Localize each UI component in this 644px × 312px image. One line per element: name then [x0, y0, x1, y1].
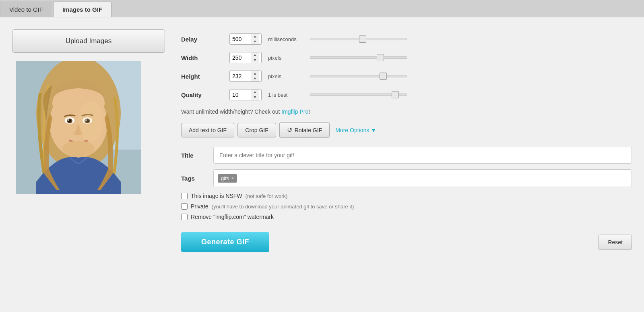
height-slider[interactable] — [310, 75, 407, 77]
height-unit: pixels — [266, 73, 310, 79]
watermark-checkbox-row: Remove "imgflip.com" watermark — [181, 214, 632, 220]
rotate-gif-button[interactable]: ↺ Rotate GIF — [279, 122, 330, 138]
title-row: Title — [181, 147, 632, 164]
width-slider[interactable] — [310, 56, 407, 59]
rotate-icon: ↺ — [287, 126, 292, 134]
reset-button[interactable]: Reset — [599, 235, 632, 250]
quality-slider-wrapper — [310, 94, 632, 96]
main-content: Upload Images — [0, 17, 644, 312]
width-input[interactable] — [230, 52, 251, 63]
height-input[interactable] — [230, 71, 251, 81]
quality-input-wrapper: ▲ ▼ — [229, 89, 262, 100]
delay-input-wrapper: ▲ ▼ — [229, 33, 262, 45]
preview-image — [16, 61, 141, 194]
height-input-wrapper: ▲ ▼ — [229, 71, 262, 82]
action-buttons-row: Add text to GIF Crop GIF ↺ Rotate GIF Mo… — [181, 122, 632, 138]
pro-link[interactable]: Imgflip Pro — [281, 108, 308, 115]
private-checkbox[interactable] — [181, 203, 188, 210]
nsfw-checkbox[interactable] — [181, 193, 188, 199]
quality-spinners: ▲ ▼ — [251, 89, 259, 100]
delay-input[interactable] — [230, 34, 251, 44]
quality-label: Quality — [181, 92, 229, 98]
height-spinners: ▲ ▼ — [251, 71, 259, 81]
preview-svg — [16, 61, 141, 194]
width-input-wrapper: ▲ ▼ — [229, 52, 262, 63]
svg-point-16 — [78, 101, 103, 141]
quality-input[interactable] — [230, 89, 251, 100]
quality-slider[interactable] — [310, 94, 407, 96]
delay-slider-wrapper — [310, 38, 632, 40]
right-panel: Delay ▲ ▼ milliseconds Width ▲ ▼ — [181, 29, 632, 304]
upload-images-button[interactable]: Upload Images — [12, 29, 165, 53]
crop-gif-button[interactable]: Crop GIF — [237, 123, 276, 137]
delay-label: Delay — [181, 36, 229, 43]
private-note: (you'll have to download your animated g… — [212, 204, 354, 210]
pro-text: Want unlimited width/height? Check out I… — [181, 108, 632, 115]
delay-spinners: ▲ ▼ — [251, 34, 259, 44]
height-up-btn[interactable]: ▲ — [251, 71, 259, 76]
width-up-btn[interactable]: ▲ — [251, 52, 259, 58]
nsfw-note: (not safe for work) — [246, 193, 288, 199]
height-label: Height — [181, 73, 229, 80]
width-label: Width — [181, 54, 229, 61]
watermark-label: Remove "imgflip.com" watermark — [191, 214, 274, 220]
pro-text-prefix: Want unlimited width/height? Check out — [181, 108, 281, 115]
more-options-link[interactable]: More Options ▼ — [335, 127, 376, 133]
private-label: Private — [191, 203, 208, 210]
private-checkbox-row: Private (you'll have to download your an… — [181, 203, 632, 210]
bottom-buttons-row: Generate GIF Reset — [181, 232, 632, 252]
tags-input-wrapper[interactable]: gifs × — [213, 169, 632, 187]
tag-chip-remove[interactable]: × — [231, 175, 234, 181]
height-slider-wrapper — [310, 75, 632, 77]
title-input[interactable] — [213, 147, 632, 164]
quality-down-btn[interactable]: ▼ — [251, 95, 259, 100]
delay-up-btn[interactable]: ▲ — [251, 34, 259, 39]
nsfw-checkbox-row: This image is NSFW (not safe for work) — [181, 193, 632, 199]
tab-bar: Video to GIF Images to GIF — [0, 0, 644, 17]
tags-row: Tags gifs × — [181, 169, 632, 187]
tags-label: Tags — [181, 175, 213, 182]
width-slider-wrapper — [310, 56, 632, 59]
tags-text-input[interactable] — [239, 175, 627, 181]
width-spinners: ▲ ▼ — [251, 52, 259, 63]
title-label: Title — [181, 152, 213, 159]
settings-grid: Delay ▲ ▼ milliseconds Width ▲ ▼ — [181, 33, 632, 100]
nsfw-label: This image is NSFW — [191, 193, 242, 199]
delay-unit: milliseconds — [266, 36, 310, 42]
tab-images-to-gif[interactable]: Images to GIF — [53, 2, 111, 17]
tag-chip-value: gifs — [221, 175, 229, 181]
add-text-to-gif-button[interactable]: Add text to GIF — [181, 123, 234, 137]
left-panel: Upload Images — [12, 29, 165, 304]
rotate-gif-label: Rotate GIF — [295, 127, 322, 133]
generate-gif-button[interactable]: Generate GIF — [181, 232, 269, 252]
width-unit: pixels — [266, 55, 310, 61]
delay-down-btn[interactable]: ▼ — [251, 39, 259, 44]
height-down-btn[interactable]: ▼ — [251, 76, 259, 81]
checkbox-section: This image is NSFW (not safe for work) P… — [181, 193, 632, 220]
svg-point-9 — [68, 119, 69, 121]
tab-video-to-gif[interactable]: Video to GIF — [0, 2, 52, 17]
pro-text-suffix: ! — [308, 108, 310, 115]
width-down-btn[interactable]: ▼ — [251, 58, 259, 63]
quality-unit: 1 is best — [266, 92, 310, 98]
watermark-checkbox[interactable] — [181, 214, 188, 220]
quality-up-btn[interactable]: ▲ — [251, 89, 259, 95]
tag-chip-gifs: gifs × — [218, 174, 237, 183]
delay-slider[interactable] — [310, 38, 407, 40]
